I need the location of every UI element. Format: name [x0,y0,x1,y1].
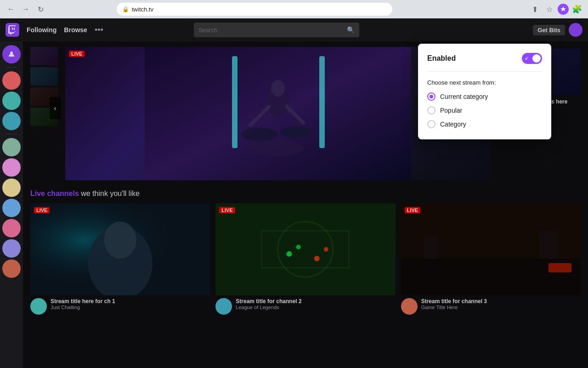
radio-circle-2 [427,106,435,115]
page-content: Following Browse ••• 🔍 Get Bits [0,18,588,368]
radio-label-2: Popular [440,107,462,114]
forward-button[interactable]: → [19,3,32,16]
nav-buttons: ← → ↻ [5,3,47,16]
extension-icon[interactable] [558,4,569,15]
radio-label-3: Category [440,121,466,128]
back-button[interactable]: ← [5,3,17,16]
browser-chrome: ← → ↻ 🔒 twitch.tv ⬆ ☆ 🧩 [0,0,588,18]
radio-item-popular[interactable]: Popular [427,106,542,115]
toggle-slider: ✓ [522,53,542,64]
extensions-button[interactable]: 🧩 [571,3,583,16]
enabled-toggle[interactable]: ✓ [522,53,542,64]
radio-group: Current category Popular Category [427,92,542,128]
popup-header: Enabled ✓ [427,53,542,72]
radio-circle-1 [427,92,435,101]
popup-card: Enabled ✓ Choose next stream from: Curre… [418,44,551,139]
url-text: twitch.tv [132,6,153,13]
popup-title: Enabled [427,54,456,63]
lock-icon: 🔒 [122,6,129,12]
radio-item-current-category[interactable]: Current category [427,92,542,101]
check-icon: ✓ [525,56,528,61]
browser-actions: ⬆ ☆ 🧩 [528,3,583,16]
address-bar[interactable]: 🔒 twitch.tv [117,3,392,16]
share-button[interactable]: ⬆ [528,3,541,16]
popup-subtitle: Choose next stream from: [427,79,542,86]
radio-circle-3 [427,120,435,128]
radio-label-1: Current category [440,93,488,100]
bookmark-button[interactable]: ☆ [543,3,556,16]
radio-item-category[interactable]: Category [427,120,542,128]
reload-button[interactable]: ↻ [34,3,47,16]
